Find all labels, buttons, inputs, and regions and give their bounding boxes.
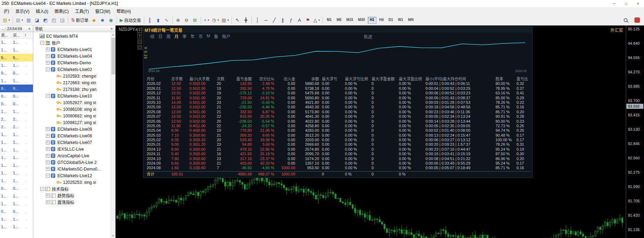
periods-button[interactable]: ◷▾ — [211, 16, 220, 24]
mql5-button[interactable]: ◉ — [107, 16, 115, 24]
tree-item[interactable]: 2179188: zhu yan — [33, 86, 115, 93]
market-watch-row[interactable]: 1...1.... — [0, 131, 33, 138]
market-watch-row[interactable]: 1...1.... — [0, 169, 33, 177]
data-window-button[interactable]: ◪ — [33, 16, 41, 24]
arrows-button[interactable]: ⚑ — [304, 16, 312, 24]
market-watch-row[interactable]: 0...0.... — [0, 92, 33, 100]
tree-item[interactable]: 2102583: chengxi — [33, 73, 115, 79]
terminal-button[interactable]: ◰ — [50, 16, 58, 24]
tree-item[interactable]: +IEXSLLC-Live — [33, 146, 115, 152]
market-watch-row[interactable]: 2...2.... — [0, 115, 33, 123]
shapes-button[interactable]: △▾ — [312, 16, 321, 24]
trendline-button[interactable]: ╱ — [270, 16, 278, 24]
menu-item-2[interactable]: 显示(V) — [12, 7, 33, 15]
market-watch-row[interactable]: 0...0.... — [0, 100, 33, 108]
timeframe-button-m1[interactable]: M1 — [325, 17, 334, 24]
expand-icon[interactable]: + — [46, 167, 50, 171]
scroll-up-icon[interactable]: ▲ — [111, 32, 115, 37]
zoom-out-button[interactable]: ⊖ — [182, 16, 191, 24]
community-button[interactable]: ☻ — [98, 16, 107, 24]
new-chart-button[interactable]: ▤▾ — [1, 16, 11, 24]
equidistant-channel-button[interactable]: ∥ — [278, 16, 287, 24]
stats-tab-10[interactable]: 账户 — [222, 33, 230, 39]
market-watch-row[interactable]: 1...1.... — [0, 200, 33, 208]
maximize-button[interactable]: □ — [620, 0, 632, 7]
tree-item[interactable]: +f趋势指标 — [33, 192, 115, 199]
menu-item-1[interactable]: (F) — [1, 8, 12, 15]
text-label-button[interactable]: A — [295, 16, 304, 24]
zoom-in-button[interactable]: ⊕ — [174, 16, 182, 24]
stats-tab-6[interactable]: 年 — [191, 33, 195, 39]
scroll-down-icon[interactable]: ▼ — [111, 233, 115, 238]
tree-item[interactable]: EC Markets MT4 — [33, 33, 115, 39]
autotrading-button[interactable]: ▶自动交易 — [118, 16, 143, 24]
collapse-icon[interactable]: − — [40, 187, 44, 191]
expand-icon[interactable]: + — [46, 48, 50, 51]
menu-item-4[interactable]: 图表(C) — [51, 7, 72, 15]
tree-item[interactable]: −ECMarkets-Live12 — [33, 172, 115, 179]
tree-item[interactable]: +ECMarkets-Live08 — [33, 132, 115, 139]
market-watch-row[interactable]: 0...0.... — [0, 185, 33, 192]
metaeditor-button[interactable]: ◆ — [90, 16, 98, 24]
market-watch-row[interactable]: 1...1.... — [0, 223, 33, 231]
market-watch-row[interactable]: 5...5.... — [0, 54, 33, 62]
tree-item[interactable]: +AnzoCapital-Live — [33, 152, 115, 159]
collapse-icon[interactable]: − — [46, 94, 50, 98]
line-chart-button[interactable]: ∿ — [162, 16, 171, 24]
timeframe-button-m30[interactable]: M30 — [356, 17, 367, 24]
market-watch-row[interactable]: 1...1.... — [0, 154, 33, 161]
horizontal-line-button[interactable]: ─ — [262, 16, 270, 24]
tree-item[interactable]: 10086127: xing xi — [33, 119, 115, 126]
market-watch-row[interactable]: 1...1.... — [0, 46, 33, 54]
statistics-panel-header[interactable]: MT4统计每一笔交易 — [143, 27, 532, 33]
stats-tab-2[interactable]: 日 — [158, 33, 162, 39]
tree-item[interactable]: 10080682: xing xi — [33, 113, 115, 119]
expand-icon[interactable]: + — [46, 160, 50, 164]
market-watch-row[interactable]: 1...1.... — [0, 62, 33, 69]
candlestick-chart-button[interactable]: ▮ — [154, 16, 162, 24]
expand-icon[interactable]: + — [46, 127, 50, 131]
tree-item[interactable]: 10086108: xing xi — [33, 106, 115, 113]
menu-item-5[interactable]: 工具(T) — [72, 7, 92, 15]
tree-item[interactable]: +ICMarketsSC-Demo0... — [33, 166, 115, 172]
timeframe-button-h1[interactable]: H1 — [368, 17, 376, 24]
tree-item[interactable]: −f技术指标 — [33, 186, 115, 192]
expand-icon[interactable]: + — [46, 200, 50, 204]
menu-item-6[interactable]: 窗口(W) — [92, 7, 113, 15]
timeframe-button-m5[interactable]: M5 — [334, 17, 344, 24]
market-watch-row[interactable]: 1...1.... — [0, 108, 33, 115]
expand-icon[interactable]: + — [46, 140, 50, 144]
expand-icon[interactable]: + — [46, 154, 50, 158]
market-watch-row[interactable]: 2...2.... — [0, 123, 33, 131]
market-watch-row[interactable]: 1...1.... — [0, 192, 33, 200]
market-watch-row[interactable]: 9...9.... — [0, 85, 33, 92]
stats-tab-9[interactable]: 备 — [214, 33, 218, 39]
strategy-tester-button[interactable]: ◲ — [58, 16, 67, 24]
market-watch-button[interactable]: ▥ — [25, 16, 33, 24]
collapse-icon[interactable]: − — [46, 67, 50, 71]
tree-item[interactable]: +ECMarkets-Live04 — [33, 53, 115, 59]
close-button[interactable]: × — [632, 0, 644, 7]
tree-item[interactable]: 12025253: xing xi — [33, 179, 115, 186]
menu-item-7[interactable]: 帮助(H) — [113, 7, 134, 15]
market-watch-row[interactable]: 1...1.... — [0, 177, 33, 185]
market-watch-row[interactable]: 1...1.... — [0, 38, 33, 46]
tree-item[interactable]: +ECMarkets-Live07 — [33, 139, 115, 146]
tree-item[interactable]: +ECMarkets-Demo — [33, 59, 115, 66]
bar-chart-button[interactable]: ║ — [146, 16, 154, 24]
price-axis[interactable]: 95.12594.84094.55594.27093.98593.70093.4… — [626, 26, 644, 238]
expand-icon[interactable]: + — [46, 61, 50, 65]
collapse-icon[interactable]: − — [40, 41, 44, 45]
crosshair-button[interactable]: ╋ — [242, 16, 250, 24]
market-watch-row[interactable]: 1...1.... — [0, 77, 33, 85]
expand-icon[interactable]: + — [46, 54, 50, 58]
market-watch-row[interactable]: 1...1.... — [0, 215, 33, 223]
search-button[interactable] — [621, 16, 630, 24]
profiles-button[interactable]: ▧▾ — [14, 16, 24, 24]
panel-window2-icon[interactable]: ▢ — [137, 45, 142, 50]
navigator-close-icon[interactable]: × — [110, 27, 113, 31]
stats-tab-5[interactable]: 季 — [182, 33, 187, 39]
panel-help-icon[interactable]: ? — [137, 34, 142, 38]
tree-item[interactable]: 2172663: xing xin — [33, 79, 115, 86]
market-watch-column-header[interactable]: ! — [24, 32, 30, 38]
